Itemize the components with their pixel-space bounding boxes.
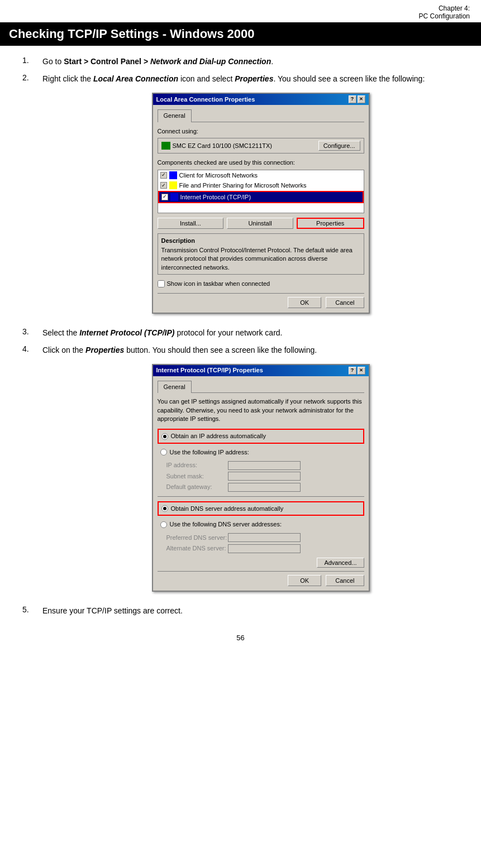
dialog2-container: Internet Protocol (TCP/IP) Properties ? … xyxy=(63,364,459,592)
use-following-ip-radio[interactable] xyxy=(160,449,167,455)
alternate-dns-row: Alternate DNS server: xyxy=(166,544,364,553)
step-4-text: Click on the Properties button. You shou… xyxy=(42,344,459,600)
tcpip-properties-dialog: Internet Protocol (TCP/IP) Properties ? … xyxy=(152,364,370,592)
dialog2-tabbar: General xyxy=(158,381,364,394)
tcpip-info-text: You can get IP settings assigned automat… xyxy=(158,397,364,423)
dialog2-body: General You can get IP settings assigned… xyxy=(153,376,369,591)
chapter-line2: PC Configuration xyxy=(419,12,470,20)
description-title: Description xyxy=(161,236,360,246)
description-text: Transmission Control Protocol/Internet P… xyxy=(161,246,360,272)
show-icon-label: Show icon in taskbar when connected xyxy=(167,279,270,289)
alternate-dns-label: Alternate DNS server: xyxy=(166,544,228,553)
help-button[interactable]: ? xyxy=(349,95,356,103)
page-header: Chapter 4: PC Configuration xyxy=(0,0,481,22)
dialog1-tabbar: General xyxy=(158,109,364,122)
dialog1-general-tab[interactable]: General xyxy=(158,109,192,122)
use-following-dns-radio[interactable] xyxy=(160,521,167,528)
comp-checkbox-1[interactable]: ✓ xyxy=(160,172,167,179)
dialog1-ok-cancel: OK Cancel xyxy=(158,293,364,308)
comp-icon-3 xyxy=(170,193,178,201)
nic-info: SMC EZ Card 10/100 (SMC1211TX) xyxy=(161,141,273,151)
step-4: 4. Click on the Properties button. You s… xyxy=(22,344,459,600)
subnet-mask-label: Subnet mask: xyxy=(166,472,228,481)
obtain-dns-auto-label: Obtain DNS server address automatically xyxy=(171,504,284,514)
local-area-connection-dialog: Local Area Connection Properties ? ✕ xyxy=(152,93,370,314)
dialog1-cancel-button[interactable]: Cancel xyxy=(326,297,364,308)
dialog2-cancel-button[interactable]: Cancel xyxy=(326,575,364,586)
nic-name: SMC EZ Card 10/100 (SMC1211TX) xyxy=(173,141,273,151)
dialog2-titlebar-buttons: ? ✕ xyxy=(349,367,365,375)
advanced-row: Advanced... xyxy=(158,558,364,568)
use-following-dns-row[interactable]: Use the following DNS server addresses: xyxy=(158,518,364,531)
default-gateway-input xyxy=(228,483,301,492)
separator xyxy=(158,496,364,497)
steps-list: 1. Go to Start > Control Panel > Network… xyxy=(22,56,459,617)
install-button[interactable]: Install... xyxy=(158,218,224,229)
nic-icon xyxy=(161,142,170,150)
step-3-text: Select the Internet Protocol (TCP/IP) pr… xyxy=(42,327,459,339)
uninstall-button[interactable]: Uninstall xyxy=(227,218,293,229)
obtain-ip-auto-radio[interactable] xyxy=(161,433,168,440)
comp-item-1[interactable]: ✓ Client for Microsoft Networks xyxy=(158,170,364,181)
comp-label-2: File and Printer Sharing for Microsoft N… xyxy=(179,181,307,190)
dialog2-close-button[interactable]: ✕ xyxy=(358,367,365,375)
use-following-ip-label: Use the following IP address: xyxy=(170,448,249,457)
step-4-num: 4. xyxy=(22,344,42,600)
dialog2-titlebar: Internet Protocol (TCP/IP) Properties ? … xyxy=(153,365,369,376)
dialog1-ok-button[interactable]: OK xyxy=(288,297,321,308)
comp-checkbox-3[interactable]: ✓ xyxy=(161,194,168,200)
configure-button[interactable]: Configure... xyxy=(318,141,360,151)
ip-address-row: IP address: xyxy=(166,461,364,470)
dialog2-general-tab[interactable]: General xyxy=(158,381,192,394)
page-title: Checking TCP/IP Settings - Windows 2000 xyxy=(0,22,481,46)
comp-icon-2 xyxy=(169,181,177,189)
ip-address-label: IP address: xyxy=(166,461,228,470)
comp-item-3[interactable]: ✓ Internet Protocol (TCP/IP) xyxy=(158,191,364,204)
description-section: Description Transmission Control Protoco… xyxy=(158,233,364,275)
step-2: 2. Right click the Local Area Connection… xyxy=(22,73,459,322)
comp-item-2[interactable]: ✓ File and Printer Sharing for Microsoft… xyxy=(158,180,364,191)
install-uninstall-row: Install... Uninstall Properties xyxy=(158,218,364,229)
titlebar-buttons: ? ✕ xyxy=(349,95,365,103)
dialog1-container: Local Area Connection Properties ? ✕ xyxy=(63,93,459,314)
advanced-button[interactable]: Advanced... xyxy=(317,558,364,568)
comp-checkbox-2[interactable]: ✓ xyxy=(160,182,167,189)
step-5-num: 5. xyxy=(22,605,42,617)
default-gateway-row: Default gateway: xyxy=(166,482,364,492)
dialog2-ok-cancel: OK Cancel xyxy=(158,571,364,586)
ip-address-input xyxy=(228,461,301,470)
connect-using-label: Connect using: xyxy=(158,127,364,136)
comp-icon-1 xyxy=(169,171,177,179)
dialog1-title: Local Area Connection Properties xyxy=(156,95,255,104)
step-2-num: 2. xyxy=(22,73,42,322)
obtain-ip-auto-row[interactable]: Obtain an IP address automatically xyxy=(158,429,364,444)
use-following-ip-row[interactable]: Use the following IP address: xyxy=(158,446,364,459)
dialog2-title: Internet Protocol (TCP/IP) Properties xyxy=(156,366,263,375)
subnet-mask-row: Subnet mask: xyxy=(166,472,364,481)
dialog1-body: General Connect using: SMC EZ Card 10 xyxy=(153,105,369,313)
step-1: 1. Go to Start > Control Panel > Network… xyxy=(22,56,459,68)
connect-using-section: SMC EZ Card 10/100 (SMC1211TX) Configure… xyxy=(158,138,364,154)
step-1-text: Go to Start > Control Panel > Network an… xyxy=(42,56,459,68)
comp-label-3: Internet Protocol (TCP/IP) xyxy=(180,193,251,202)
components-label: Components checked are used by this conn… xyxy=(158,158,364,167)
chapter-line1: Chapter 4: xyxy=(439,4,470,12)
obtain-dns-auto-row[interactable]: Obtain DNS server address automatically xyxy=(158,501,364,516)
dialog2-ok-button[interactable]: OK xyxy=(288,575,321,586)
step-5: 5. Ensure your TCP/IP settings are corre… xyxy=(22,605,459,617)
use-following-dns-label: Use the following DNS server addresses: xyxy=(170,520,282,529)
obtain-dns-auto-radio[interactable] xyxy=(161,505,168,512)
show-icon-checkbox[interactable] xyxy=(158,280,165,287)
dialog1-titlebar: Local Area Connection Properties ? ✕ xyxy=(153,94,369,105)
dialog2-help-button[interactable]: ? xyxy=(349,367,356,375)
preferred-dns-label: Preferred DNS server: xyxy=(166,533,228,543)
show-icon-row: Show icon in taskbar when connected xyxy=(158,279,364,289)
preferred-dns-input xyxy=(228,533,301,542)
page-number: 56 xyxy=(236,634,244,642)
step-3: 3. Select the Internet Protocol (TCP/IP)… xyxy=(22,327,459,339)
obtain-ip-auto-label: Obtain an IP address automatically xyxy=(171,431,266,441)
close-button[interactable]: ✕ xyxy=(358,95,365,103)
step-3-num: 3. xyxy=(22,327,42,339)
properties-button[interactable]: Properties xyxy=(297,218,364,229)
step-5-text: Ensure your TCP/IP settings are correct. xyxy=(42,605,459,617)
